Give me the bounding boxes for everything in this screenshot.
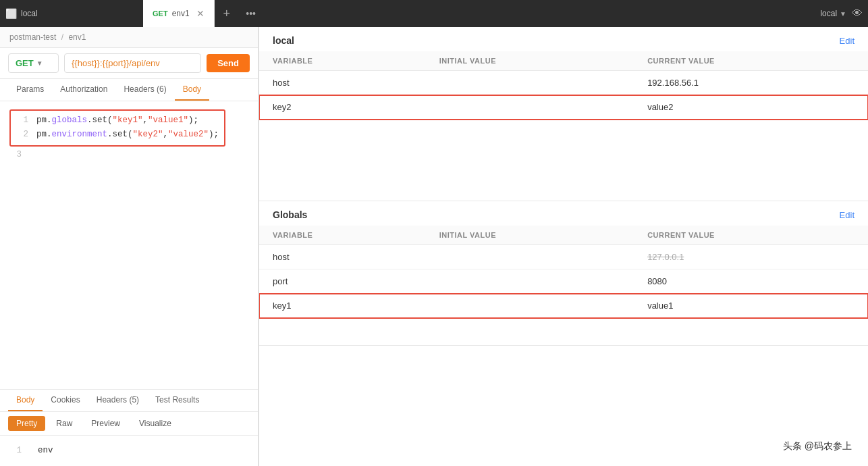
local-col-current-value: CURRENT VALUE bbox=[634, 51, 868, 71]
code-line-3: 3 bbox=[9, 148, 248, 162]
local-env-edit[interactable]: Edit bbox=[840, 36, 855, 46]
globals-env-header: Globals Edit bbox=[259, 201, 868, 226]
line-number-1: 1 bbox=[16, 113, 28, 128]
code-content-2: pm.environment.set("key2","value2"); bbox=[36, 128, 219, 142]
env-popup: local Edit VARIABLE INITIAL VALUE CURREN… bbox=[259, 27, 868, 466]
globals-col-initial-value: INITIAL VALUE bbox=[426, 226, 634, 245]
local-env-title: local bbox=[273, 35, 294, 46]
breadcrumb-workspace[interactable]: postman-test bbox=[9, 32, 56, 42]
chevron-down-icon: ▼ bbox=[840, 10, 846, 18]
resp-tab-headers[interactable]: Headers (5) bbox=[88, 390, 147, 411]
request-tabs-bar: Params Authorization Headers (6) Body bbox=[0, 79, 258, 101]
breadcrumb-request[interactable]: env1 bbox=[68, 32, 86, 42]
globals-row3-variable: key1 bbox=[259, 294, 426, 318]
local-row1-initial bbox=[426, 71, 634, 95]
local-label: local bbox=[21, 9, 38, 18]
method-selector[interactable]: GET ▼ bbox=[8, 53, 59, 73]
table-row: host 127.0.0.1 bbox=[259, 245, 868, 269]
tab-headers[interactable]: Headers (6) bbox=[115, 79, 174, 101]
response-line-1: 1 env bbox=[9, 444, 248, 458]
local-row1-current: 192.168.56.1 bbox=[634, 71, 868, 95]
resp-tab-test-results[interactable]: Test Results bbox=[147, 390, 207, 411]
globals-row2-current: 8080 bbox=[634, 269, 868, 294]
globals-row3-initial bbox=[426, 294, 634, 318]
breadcrumb-separator: / bbox=[61, 32, 63, 42]
globals-row2-variable: port bbox=[259, 269, 426, 294]
local-row2-variable: key2 bbox=[259, 95, 426, 120]
response-subtabs: Pretty Raw Preview Visualize bbox=[0, 412, 258, 436]
table-row: host 192.168.56.1 bbox=[259, 71, 868, 95]
tab-bar: GET env1 ✕ + ••• bbox=[143, 0, 817, 27]
main-area: postman-test / env1 GET ▼ Send Params Au… bbox=[0, 27, 868, 466]
left-panel: postman-test / env1 GET ▼ Send Params Au… bbox=[0, 27, 259, 466]
chevron-icon: ▼ bbox=[36, 59, 43, 67]
workspace-indicator: ⬜ local bbox=[5, 8, 140, 19]
local-col-initial-value: INITIAL VALUE bbox=[426, 51, 634, 71]
response-area: Body Cookies Headers (5) Test Results Pr… bbox=[0, 389, 258, 466]
globals-row1-initial bbox=[426, 245, 634, 269]
globals-row1-variable: host bbox=[259, 245, 426, 269]
code-line-1: 1 pm.globals.set("key1","value1"); bbox=[16, 113, 219, 128]
env-value: local bbox=[820, 9, 837, 18]
watermark: 头条 @码农参上 bbox=[778, 438, 857, 455]
response-line-num: 1 bbox=[9, 444, 22, 458]
globals-row3-current: value1 bbox=[634, 294, 868, 318]
line-number-3: 3 bbox=[9, 148, 22, 162]
local-row1-variable: host bbox=[259, 71, 426, 95]
table-row: key1 value1 bbox=[259, 294, 868, 318]
globals-col-current-value: CURRENT VALUE bbox=[634, 226, 868, 245]
request-tab[interactable]: GET env1 ✕ bbox=[143, 0, 215, 27]
url-input[interactable] bbox=[64, 53, 201, 73]
url-bar: GET ▼ Send bbox=[0, 48, 258, 79]
code-editor[interactable]: 1 pm.globals.set("key1","value1"); 2 pm.… bbox=[0, 101, 258, 389]
code-content-1: pm.globals.set("key1","value1"); bbox=[36, 113, 198, 128]
top-bar: ⬜ local GET env1 ✕ + ••• local ▼ 👁 bbox=[0, 0, 868, 27]
globals-spacer bbox=[259, 318, 868, 345]
local-env-table: VARIABLE INITIAL VALUE CURRENT VALUE hos… bbox=[259, 51, 868, 120]
globals-env-table: VARIABLE INITIAL VALUE CURRENT VALUE hos… bbox=[259, 226, 868, 318]
send-button[interactable]: Send bbox=[207, 54, 250, 72]
globals-row2-initial bbox=[426, 269, 634, 294]
resp-sub-preview[interactable]: Preview bbox=[83, 416, 128, 431]
method-label: GET bbox=[16, 58, 34, 68]
resp-sub-visualize[interactable]: Visualize bbox=[131, 416, 180, 431]
response-tabs: Body Cookies Headers (5) Test Results bbox=[0, 390, 258, 412]
tab-authorization[interactable]: Authorization bbox=[52, 79, 115, 101]
local-env-header: local Edit bbox=[259, 27, 868, 51]
local-table-header: VARIABLE INITIAL VALUE CURRENT VALUE bbox=[259, 51, 868, 71]
more-tabs-button[interactable]: ••• bbox=[239, 0, 263, 27]
add-tab-button[interactable]: + bbox=[215, 0, 239, 27]
local-spacer bbox=[259, 120, 868, 201]
top-bar-right: local ▼ 👁 bbox=[820, 7, 863, 20]
environment-selector[interactable]: local ▼ bbox=[820, 9, 846, 18]
local-row2-initial bbox=[426, 95, 634, 120]
globals-env-edit[interactable]: Edit bbox=[840, 210, 855, 220]
globals-env-title: Globals bbox=[273, 209, 307, 220]
resp-tab-cookies[interactable]: Cookies bbox=[43, 390, 88, 411]
response-body-text: env bbox=[38, 444, 53, 458]
globals-env-section: Globals Edit VARIABLE INITIAL VALUE CURR… bbox=[259, 201, 868, 346]
eye-icon[interactable]: 👁 bbox=[852, 7, 863, 20]
resp-sub-raw[interactable]: Raw bbox=[48, 416, 80, 431]
breadcrumb: postman-test / env1 bbox=[0, 27, 258, 48]
tab-method: GET bbox=[153, 9, 168, 18]
local-col-variable: VARIABLE bbox=[259, 51, 426, 71]
tab-body[interactable]: Body bbox=[175, 79, 209, 101]
globals-table-header: VARIABLE INITIAL VALUE CURRENT VALUE bbox=[259, 226, 868, 245]
tab-close-icon[interactable]: ✕ bbox=[196, 8, 205, 19]
globals-row1-current: 127.0.0.1 bbox=[634, 245, 868, 269]
resp-tab-body[interactable]: Body bbox=[8, 390, 43, 411]
monitor-icon: ⬜ bbox=[5, 8, 17, 19]
response-content: 1 env bbox=[0, 436, 258, 466]
local-env-section: local Edit VARIABLE INITIAL VALUE CURREN… bbox=[259, 27, 868, 201]
line-number-2: 2 bbox=[16, 128, 28, 142]
table-row: port 8080 bbox=[259, 269, 868, 294]
table-row: key2 value2 bbox=[259, 95, 868, 120]
tab-name: env1 bbox=[172, 9, 190, 18]
tab-params[interactable]: Params bbox=[8, 79, 52, 101]
code-line-2: 2 pm.environment.set("key2","value2"); bbox=[16, 128, 219, 142]
local-row2-current: value2 bbox=[634, 95, 868, 120]
globals-col-variable: VARIABLE bbox=[259, 226, 426, 245]
resp-sub-pretty[interactable]: Pretty bbox=[8, 416, 45, 431]
